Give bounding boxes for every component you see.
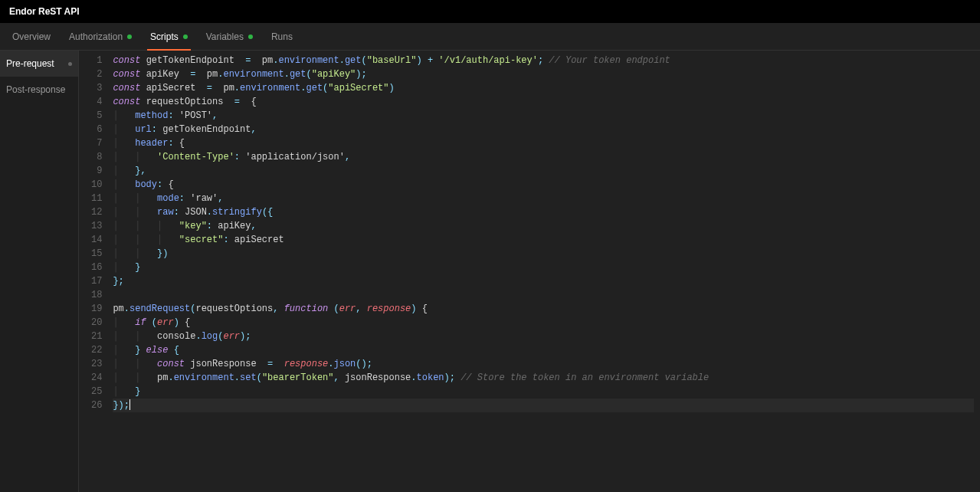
line-number: 10	[91, 178, 102, 192]
code-line[interactable]: │ │ │ "secret": apiSecret	[113, 233, 974, 247]
line-number: 24	[91, 371, 102, 385]
line-number: 13	[91, 219, 102, 233]
status-dot-icon	[127, 34, 132, 39]
code-line[interactable]: │ body: {	[113, 178, 974, 192]
code-content[interactable]: const getTokenEndpoint = pm.environment.…	[110, 51, 980, 492]
code-line[interactable]: };	[113, 274, 974, 288]
code-line[interactable]: │ │ pm.environment.set("bearerToken", js…	[113, 371, 974, 385]
code-line[interactable]	[113, 288, 974, 302]
code-line[interactable]: │ │ │ "key": apiKey,	[113, 219, 974, 233]
line-gutter: 1234567891011121314151617181920212223242…	[79, 51, 110, 492]
line-number: 19	[91, 302, 102, 316]
line-number: 14	[91, 233, 102, 247]
line-number: 9	[91, 164, 102, 178]
tab-bar: Overview Authorization Scripts Variables…	[0, 23, 980, 51]
line-number: 25	[91, 385, 102, 399]
code-line[interactable]: const apiSecret = pm.environment.get("ap…	[113, 81, 974, 95]
tab-label: Overview	[12, 31, 51, 42]
line-number: 2	[91, 67, 102, 81]
sidebar-item-label: Post-response	[6, 84, 65, 95]
tab-label: Scripts	[150, 31, 179, 42]
line-number: 4	[91, 95, 102, 109]
line-number: 15	[91, 247, 102, 261]
window-title: Endor ReST API	[0, 0, 980, 23]
tab-variables[interactable]: Variables	[197, 24, 262, 50]
code-line[interactable]: const apiKey = pm.environment.get("apiKe…	[113, 67, 974, 81]
code-line[interactable]: │ │ })	[113, 247, 974, 261]
code-line[interactable]: │ │ 'Content-Type': 'application/json',	[113, 150, 974, 164]
line-number: 23	[91, 357, 102, 371]
line-number: 12	[91, 205, 102, 219]
code-line[interactable]: │ }	[113, 261, 974, 274]
title-text: Endor ReST API	[9, 6, 80, 17]
sidebar-item-post-response[interactable]: Post-response	[0, 77, 78, 103]
line-number: 3	[91, 81, 102, 95]
line-number: 18	[91, 288, 102, 302]
status-dot-icon	[183, 34, 188, 39]
line-number: 26	[91, 399, 102, 412]
main-area: Pre-request Post-response 12345678910111…	[0, 51, 980, 492]
code-line[interactable]: │ }	[113, 385, 974, 399]
line-number: 16	[91, 261, 102, 274]
line-number: 6	[91, 123, 102, 136]
tab-label: Authorization	[69, 31, 123, 42]
code-line[interactable]: │ header: {	[113, 136, 974, 150]
line-number: 20	[91, 316, 102, 330]
code-line[interactable]: });	[113, 399, 974, 412]
code-line[interactable]: │ │ raw: JSON.stringify({	[113, 205, 974, 219]
line-number: 21	[91, 330, 102, 343]
line-number: 5	[91, 109, 102, 123]
tab-label: Variables	[206, 31, 244, 42]
code-line[interactable]: │ url: getTokenEndpoint,	[113, 123, 974, 136]
code-line[interactable]: const getTokenEndpoint = pm.environment.…	[113, 54, 974, 67]
code-editor[interactable]: 1234567891011121314151617181920212223242…	[79, 51, 980, 492]
tab-label: Runs	[271, 31, 293, 42]
tab-runs[interactable]: Runs	[262, 24, 302, 50]
line-number: 1	[91, 54, 102, 67]
line-number: 7	[91, 136, 102, 150]
line-number: 17	[91, 274, 102, 288]
code-line[interactable]: │ if (err) {	[113, 316, 974, 330]
status-dot-icon	[248, 34, 253, 39]
code-line[interactable]: │ │ mode: 'raw',	[113, 192, 974, 205]
tab-authorization[interactable]: Authorization	[60, 24, 141, 50]
code-line[interactable]: │ │ console.log(err);	[113, 330, 974, 343]
sidebar-item-label: Pre-request	[6, 58, 54, 69]
scripts-sidebar: Pre-request Post-response	[0, 51, 79, 492]
line-number: 8	[91, 150, 102, 164]
tab-overview[interactable]: Overview	[3, 24, 60, 50]
line-number: 11	[91, 192, 102, 205]
tab-scripts[interactable]: Scripts	[141, 24, 197, 50]
code-line[interactable]: pm.sendRequest(requestOptions, function …	[113, 302, 974, 316]
modified-dot-icon	[68, 62, 72, 66]
line-number: 22	[91, 343, 102, 357]
code-line[interactable]: │ │ const jsonResponse = response.json()…	[113, 357, 974, 371]
code-line[interactable]: │ },	[113, 164, 974, 178]
sidebar-item-pre-request[interactable]: Pre-request	[0, 51, 78, 77]
code-line[interactable]: │ } else {	[113, 343, 974, 357]
code-line[interactable]: │ method: 'POST',	[113, 109, 974, 123]
code-line[interactable]: const requestOptions = {	[113, 95, 974, 109]
